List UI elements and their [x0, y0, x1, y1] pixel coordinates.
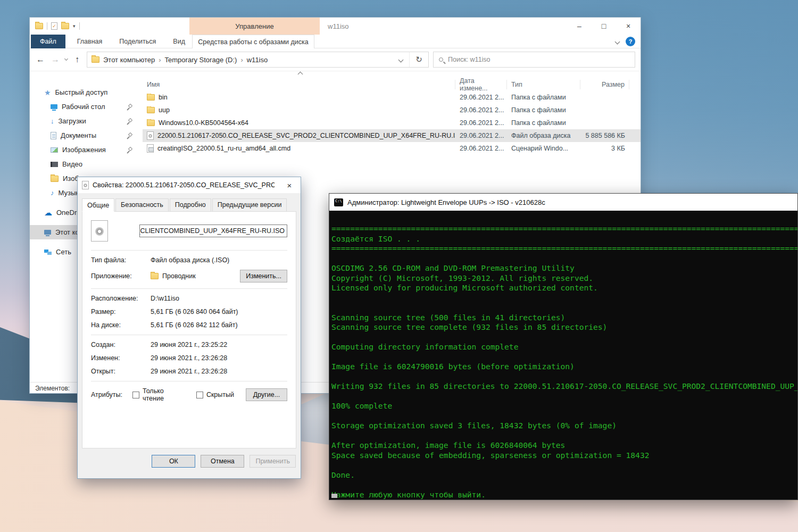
terminal-line: Writing 932 files in 85 directories to 2…: [331, 381, 797, 392]
search-input[interactable]: Поиск: w11iso: [433, 52, 635, 68]
explorer-titlebar: ✓ ▾ Управление w11iso – □ ×: [30, 18, 641, 35]
sidebar-item-video[interactable]: Видео: [30, 157, 143, 171]
back-icon[interactable]: ←: [35, 55, 46, 64]
table-row[interactable]: bin 29.06.2021 2... Папка с файлами: [143, 91, 641, 104]
breadcrumb-drive-d[interactable]: Temporary Storage (D:): [165, 56, 237, 64]
tab-previous-versions[interactable]: Предыдущие версии: [212, 198, 287, 212]
breadcrumb-this-pc[interactable]: Этот компьютер: [103, 56, 155, 64]
other-attributes-button[interactable]: Другие...: [246, 388, 287, 401]
star-icon: ★: [44, 89, 51, 96]
cancel-button[interactable]: Отмена: [201, 455, 244, 468]
sidebar-item-label: Быстрый доступ: [55, 88, 108, 96]
new-folder-icon[interactable]: [61, 23, 69, 29]
field-value: 29 июня 2021 г., 23:26:28: [151, 354, 227, 362]
terminal-line: Licensed only for producing Microsoft au…: [331, 283, 797, 293]
table-row[interactable]: uup 29.06.2021 2... Папка с файлами: [143, 104, 641, 117]
field-value: 29 июня 2021 г., 23:25:22: [151, 341, 227, 348]
general-tab-page: 22000.51.210617-2050.CO_RELEASE_SVC_PROD…: [82, 211, 296, 448]
table-row[interactable]: Windows10.0-KB5004564-x64 29.06.2021 2..…: [143, 117, 641, 129]
folder-icon: [147, 94, 155, 101]
sidebar-item-quick-access[interactable]: ★ Быстрый доступ: [30, 85, 143, 99]
refresh-button[interactable]: ↻: [409, 52, 428, 67]
field-label: Открыт:: [91, 368, 151, 375]
sidebar-item-label: Рабочий стол: [62, 103, 105, 111]
folder-icon[interactable]: [35, 23, 43, 29]
qat-dropdown-icon[interactable]: ▾: [73, 23, 76, 29]
chevron-down-icon[interactable]: [615, 39, 620, 44]
readonly-checkbox[interactable]: [132, 392, 139, 398]
filename-input[interactable]: 22000.51.210617-2050.CO_RELEASE_SVC_PROD…: [139, 225, 287, 237]
minimize-button[interactable]: –: [567, 18, 592, 35]
sidebar-item-desktop[interactable]: Рабочий стол: [30, 99, 143, 114]
terminal-line: [331, 460, 797, 470]
field-value: 5,61 ГБ (6 026 840 064 байт): [151, 308, 238, 315]
terminal-output[interactable]: ========================================…: [329, 211, 797, 500]
terminal-line: [331, 372, 797, 382]
help-icon[interactable]: ?: [626, 37, 635, 46]
tab-share[interactable]: Поделиться: [114, 38, 161, 45]
column-header-size[interactable]: Размер: [580, 80, 629, 89]
table-row-selected[interactable]: 22000.51.210617-2050.CO_RELEASE_SVC_PROD…: [143, 129, 641, 142]
size-row: Размер: 5,61 ГБ (6 026 840 064 байт): [91, 308, 287, 315]
ribbon-right-controls: ?: [616, 35, 635, 48]
console-titlebar[interactable]: Администратор: Lightweight Envelope UUPs…: [329, 194, 797, 211]
navigation-bar: ← → ↑ Этот компьютер › Temporary Storage…: [30, 48, 641, 71]
tab-general[interactable]: Общие: [82, 198, 114, 212]
pin-icon: [127, 147, 132, 153]
recent-locations-chevron-icon[interactable]: [64, 57, 68, 61]
divider: [79, 22, 80, 30]
close-button[interactable]: ×: [616, 18, 641, 35]
items-count-label: Элементов:: [35, 385, 70, 392]
close-icon[interactable]: ×: [278, 177, 301, 193]
dialog-titlebar[interactable]: Свойства: 22000.51.210617-2050.CO_RELEAS…: [78, 177, 301, 193]
field-label: Атрибуты:: [91, 391, 132, 398]
field-label: Тип файла:: [91, 256, 151, 264]
maximize-button[interactable]: □: [592, 18, 616, 35]
desktop: ✓ ▾ Управление w11iso – □ × Файл Главная…: [0, 0, 798, 532]
hidden-checkbox[interactable]: [196, 392, 203, 398]
breadcrumb-chevron-icon[interactable]: ›: [240, 56, 243, 64]
column-header-date[interactable]: Дата измене...: [455, 80, 507, 89]
up-icon[interactable]: ↑: [72, 55, 82, 64]
tab-security[interactable]: Безопасность: [115, 198, 169, 212]
ok-button[interactable]: ОК: [152, 455, 195, 468]
pictures-icon: [51, 147, 58, 153]
tab-details[interactable]: Подробно: [170, 198, 211, 212]
terminal-line: Computing directory information complete: [331, 342, 797, 352]
sidebar-item-downloads[interactable]: ↓ Загрузки: [30, 114, 143, 128]
breadcrumb-chevron-icon[interactable]: ›: [159, 56, 161, 64]
sort-ascending-icon[interactable]: [298, 72, 303, 77]
tab-file[interactable]: Файл: [31, 35, 65, 48]
field-value: Проводник: [162, 272, 196, 280]
change-button[interactable]: Изменить...: [240, 270, 287, 282]
filename-row: 22000.51.210617-2050.CO_RELEASE_SVC_PROD…: [91, 217, 287, 246]
table-row[interactable]: creatingISO_22000.51_ru-ru_amd64_all.cmd…: [143, 142, 641, 155]
column-header-name[interactable]: Имя: [143, 80, 455, 89]
field-value: D:\w11iso: [151, 295, 179, 302]
field-value: 29 июня 2021 г., 23:26:28: [151, 368, 227, 375]
file-date: 29.06.2021 2...: [455, 132, 507, 139]
breadcrumb-w11iso[interactable]: w11iso: [247, 56, 268, 64]
pin-icon: [127, 119, 132, 124]
column-header-type[interactable]: Тип: [507, 80, 580, 89]
forward-icon[interactable]: →: [50, 55, 61, 64]
file-date: 29.06.2021 2...: [455, 145, 507, 152]
sidebar-item-pictures[interactable]: Изображения: [30, 143, 143, 157]
properties-icon[interactable]: ✓: [51, 22, 57, 30]
tab-view[interactable]: Вид: [168, 38, 190, 45]
terminal-line: Scanning source tree (500 files in 41 di…: [331, 313, 797, 323]
sidebar-item-documents[interactable]: Документы: [30, 128, 143, 143]
terminal-line: [331, 352, 797, 362]
address-bar[interactable]: Этот компьютер › Temporary Storage (D:) …: [87, 52, 409, 67]
attributes-row: Атрибуты: Только чтение Скрытый Другие..…: [91, 387, 287, 402]
tab-home[interactable]: Главная: [72, 38, 108, 45]
size-on-disk-row: На диске: 5,61 ГБ (6 026 842 112 байт): [91, 321, 287, 329]
column-headers: Имя Дата измене... Тип Размер: [143, 78, 641, 91]
folder-icon: [147, 120, 155, 126]
tab-disc-image-tools[interactable]: Средства работы с образами диска: [192, 35, 314, 48]
sidebar-item-label: Видео: [62, 160, 82, 168]
address-dropdown-chevron-icon[interactable]: [398, 57, 404, 62]
field-label: Размер:: [91, 308, 151, 315]
file-name: 22000.51.210617-2050.CO_RELEASE_SVC_PROD…: [157, 132, 455, 139]
terminal-line: ========================================…: [331, 224, 797, 234]
